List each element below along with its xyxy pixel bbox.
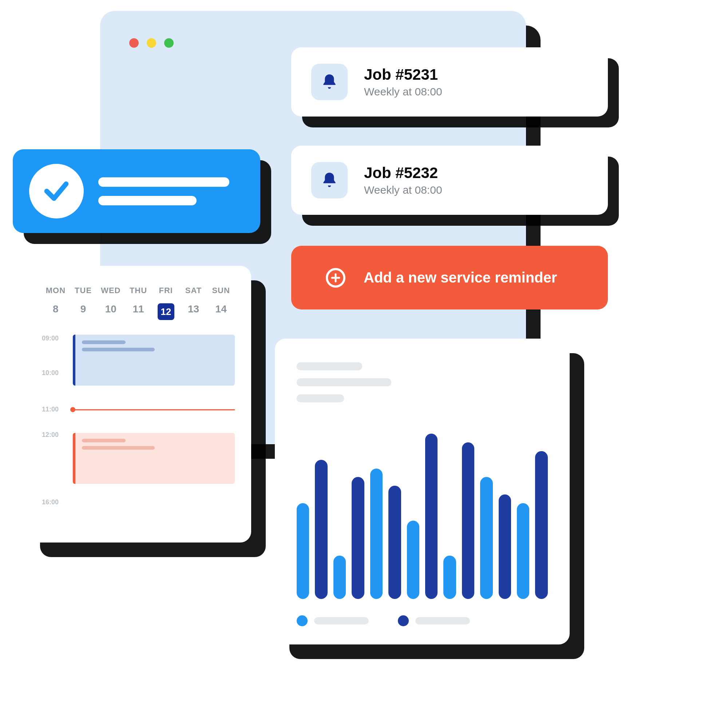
add-reminder-label: Add a new service reminder (364, 270, 557, 286)
date-cell[interactable]: 10 (97, 303, 125, 320)
plus-icon (326, 268, 346, 288)
reminder-card[interactable]: Job #5232 Weekly at 08:00 (291, 146, 608, 215)
weekday-label: WED (97, 286, 125, 295)
chart-widget (275, 339, 570, 644)
chart-bar (407, 521, 419, 599)
chart-bar (352, 477, 364, 599)
time-label: 10:00 (42, 369, 59, 377)
chart-bar (499, 494, 511, 599)
reminder-title: Job #5231 (364, 66, 442, 84)
legend-label-placeholder (314, 617, 369, 625)
time-label: 11:00 (42, 406, 59, 413)
weekday-row: MON TUE WED THU FRI SAT SUN (42, 286, 235, 295)
chart-bar (535, 451, 548, 599)
chart-bar (425, 434, 438, 599)
weekday-label: THU (125, 286, 152, 295)
date-row: 8 9 10 11 12 13 14 (42, 303, 235, 320)
add-reminder-button[interactable]: Add a new service reminder (291, 246, 608, 310)
legend-item (398, 615, 470, 626)
reminder-title: Job #5232 (364, 164, 442, 182)
time-label: 12:00 (42, 431, 59, 439)
legend-dot-icon (297, 615, 308, 626)
date-cell[interactable]: 9 (70, 303, 97, 320)
weekday-label: TUE (70, 286, 97, 295)
chart-title-placeholder (297, 362, 362, 370)
close-icon[interactable] (129, 38, 139, 48)
weekday-label: MON (42, 286, 70, 295)
toast-text-placeholder (98, 178, 229, 205)
window-controls (129, 38, 174, 48)
time-label: 09:00 (42, 334, 59, 342)
current-time-dot (70, 407, 75, 412)
bar-chart (297, 425, 548, 599)
date-cell-active[interactable]: 12 (152, 303, 180, 320)
chart-legend (297, 615, 548, 626)
chart-bar (315, 460, 327, 599)
chart-bar (297, 503, 309, 599)
weekday-label: FRI (152, 286, 180, 295)
reminder-card[interactable]: Job #5231 Weekly at 08:00 (291, 47, 608, 116)
calendar-event[interactable] (73, 334, 235, 386)
legend-dot-icon (398, 615, 409, 626)
chart-subtitle-placeholder (297, 378, 391, 386)
time-label: 16:00 (42, 499, 59, 506)
bell-icon (311, 162, 348, 198)
reminder-schedule: Weekly at 08:00 (364, 85, 442, 98)
legend-item (297, 615, 369, 626)
chart-bar (333, 556, 346, 599)
day-schedule: 09:00 10:00 11:00 12:00 16:00 (42, 334, 235, 517)
weekday-label: SAT (180, 286, 208, 295)
success-toast (13, 149, 260, 233)
maximize-icon[interactable] (164, 38, 174, 48)
current-time-indicator (73, 409, 235, 410)
legend-label-placeholder (415, 617, 470, 625)
chart-bar (480, 477, 492, 599)
check-icon (29, 164, 84, 219)
date-cell[interactable]: 14 (207, 303, 235, 320)
chart-bar (462, 442, 474, 599)
date-cell[interactable]: 8 (42, 303, 70, 320)
date-cell[interactable]: 13 (180, 303, 208, 320)
chart-bar (370, 469, 382, 599)
bell-icon (311, 64, 348, 100)
chart-bar (388, 486, 401, 599)
weekday-label: SUN (207, 286, 235, 295)
calendar-widget: MON TUE WED THU FRI SAT SUN 8 9 10 11 12… (25, 266, 251, 543)
calendar-event[interactable] (73, 433, 235, 484)
chart-bar (517, 503, 529, 599)
reminder-schedule: Weekly at 08:00 (364, 184, 442, 196)
date-cell[interactable]: 11 (125, 303, 152, 320)
chart-bar (443, 556, 456, 599)
chart-caption-placeholder (297, 394, 344, 402)
minimize-icon[interactable] (147, 38, 156, 48)
